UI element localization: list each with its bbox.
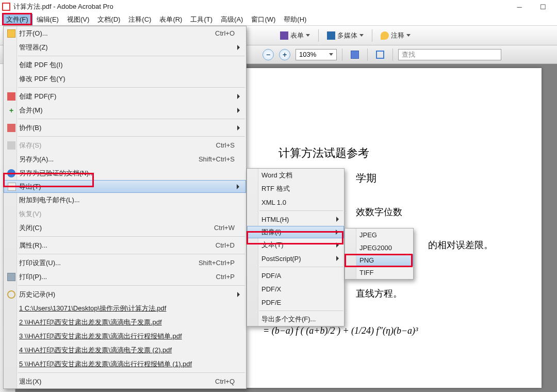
menu-recent-1[interactable]: 1 C:\Users\13071\Desktop\操作示例\计算方法.pdf: [4, 301, 246, 315]
menu-separator: [259, 311, 343, 311]
plus-icon: +: [9, 107, 13, 114]
menu-save: 保存(S)Ctrl+S: [4, 138, 246, 152]
menu-help[interactable]: 帮助(H): [280, 14, 310, 25]
chevron-down-icon: [406, 34, 411, 37]
menu-collaborate[interactable]: 协作(B): [4, 121, 246, 135]
save-toolbar-button[interactable]: [348, 50, 362, 60]
export-submenu: Word 文档 RTF 格式 XML 1.0 HTML(H) 图像(I) 文本(…: [247, 168, 345, 326]
menu-separator: [18, 56, 245, 56]
multimedia-tool[interactable]: 多媒体: [324, 30, 367, 41]
menu-save-certified[interactable]: 另存为已验证的文档(N)...: [4, 166, 246, 180]
doc-title: 计算方法试题参考: [278, 145, 511, 161]
menu-separator: [18, 87, 245, 88]
menu-create-pdf[interactable]: 创建 PDF(F): [4, 89, 246, 103]
menu-attach-email[interactable]: 附加到电子邮件(L)...: [4, 193, 246, 207]
menu-view[interactable]: 视图(V): [63, 14, 93, 25]
pdf-icon: [7, 92, 15, 101]
menu-bar: 文件(F) 编辑(E) 视图(V) 文档(D) 注释(C) 表单(R) 工具(T…: [0, 13, 557, 26]
menu-tools[interactable]: 工具(T): [186, 14, 217, 25]
comment-tool[interactable]: 注释: [378, 30, 414, 41]
doc-text: 学期: [356, 171, 511, 185]
menu-window[interactable]: 窗口(W): [247, 14, 280, 25]
menu-advanced[interactable]: 高级(A): [217, 14, 247, 25]
image-submenu: JPEG JPEG2000 PNG TIFF: [345, 228, 414, 280]
fit-icon: [376, 51, 384, 59]
menu-recent-3[interactable]: 3 \\H\A打印\西安甘肃出差发票\滴滴出行行程报销单.pdf: [4, 329, 246, 343]
export-word[interactable]: Word 文档: [247, 169, 344, 182]
people-icon: [7, 124, 15, 132]
export-rtf[interactable]: RTF 格式: [247, 182, 344, 195]
save-icon: [7, 141, 15, 150]
export-icon: [8, 183, 16, 191]
export-pdfa[interactable]: PDF/A: [247, 269, 344, 282]
menu-open[interactable]: 打开(O)...Ctrl+O: [4, 26, 246, 40]
doc-text: 直线方程。: [356, 287, 511, 300]
chevron-right-icon: [237, 45, 240, 50]
menu-edit[interactable]: 编辑(E): [32, 14, 63, 25]
save-icon: [351, 51, 359, 59]
toolbar-divider: [342, 48, 342, 61]
chevron-right-icon: [237, 108, 240, 113]
export-html[interactable]: HTML(H): [247, 213, 344, 226]
menu-exit[interactable]: 退出(X)Ctrl+Q: [4, 374, 246, 388]
menu-recent-4[interactable]: 4 \\H\A打印\西安甘肃出差发票\滴滴电子发票 (2).pdf: [4, 343, 246, 357]
export-image[interactable]: 图像(I): [247, 226, 344, 238]
menu-history[interactable]: 历史记录(H): [4, 287, 246, 301]
menu-separator: [259, 210, 343, 211]
menu-create-pdf-package[interactable]: 创建 PDF 包(I): [4, 58, 246, 72]
menu-properties[interactable]: 属性(R)...Ctrl+D: [4, 238, 246, 252]
export-pdfe[interactable]: PDF/E: [247, 296, 344, 309]
chevron-right-icon: [237, 94, 240, 99]
menu-recent-5[interactable]: 5 \\H\A打印\西安甘肃出差发票\滴滴出行行程报销单 (1).pdf: [4, 357, 246, 371]
menu-separator: [18, 254, 245, 254]
form-icon: [280, 31, 288, 40]
menu-save-as[interactable]: 另存为(A)...Shift+Ctrl+S: [4, 152, 246, 166]
search-input[interactable]: 查找: [398, 49, 501, 60]
toolbar-divider: [318, 29, 319, 42]
menu-export[interactable]: 导出(T): [4, 180, 246, 193]
clock-icon: [7, 290, 15, 299]
menu-document[interactable]: 文档(D): [93, 14, 124, 25]
zoom-in-button[interactable]: +: [279, 49, 290, 60]
comment-icon: [381, 31, 389, 40]
menu-print-setup[interactable]: 打印设置(U)...Shift+Ctrl+P: [4, 256, 246, 270]
toolbar-divider: [367, 48, 368, 61]
export-pdfx[interactable]: PDF/X: [247, 282, 344, 296]
chevron-down-icon: [359, 34, 364, 37]
chevron-down-icon: [329, 53, 333, 56]
toolbar-divider: [392, 48, 393, 61]
doc-text: 的相对误差限。: [428, 239, 511, 251]
title-bar: 计算方法.pdf - Adobe Acrobat Pro ─ ☐: [0, 0, 557, 13]
menu-recent-2[interactable]: 2 \\H\A打印\西安甘肃出差发票\滴滴电子发票.pdf: [4, 315, 246, 329]
minimize-button[interactable]: ─: [507, 0, 531, 13]
menu-organizer[interactable]: 管理器(Z): [4, 40, 246, 54]
menu-separator: [18, 236, 245, 237]
toolbar-divider: [372, 29, 372, 42]
chevron-right-icon: [237, 184, 239, 189]
menu-modify-pdf-package[interactable]: 修改 PDF 包(Y): [4, 72, 246, 86]
menu-print[interactable]: 打印(P)...Ctrl+P: [4, 270, 246, 284]
fit-page-button[interactable]: [373, 50, 387, 60]
menu-revert: 恢复(V): [4, 207, 246, 221]
maximize-button[interactable]: ☐: [531, 0, 555, 13]
menu-forms[interactable]: 表单(R): [155, 14, 186, 25]
menu-separator: [18, 119, 245, 119]
zoom-out-button[interactable]: −: [263, 49, 274, 60]
zoom-level[interactable]: 103%: [296, 49, 337, 60]
export-multiple[interactable]: 导出多个文件(F)...: [247, 313, 344, 326]
folder-icon: [7, 29, 15, 38]
export-postscript[interactable]: PostScript(P): [247, 252, 344, 265]
export-text[interactable]: 文本(T): [247, 238, 344, 252]
menu-close[interactable]: 关闭(C)Ctrl+W: [4, 221, 246, 235]
menu-separator: [259, 267, 343, 267]
menu-combine[interactable]: +合并(M): [4, 103, 246, 117]
chevron-right-icon: [237, 292, 240, 297]
menu-file[interactable]: 文件(F): [2, 14, 32, 25]
menu-separator: [18, 372, 245, 373]
certificate-icon: [7, 169, 15, 177]
menu-separator: [18, 136, 245, 137]
chevron-right-icon: [336, 230, 338, 235]
forms-tool[interactable]: 表单: [277, 30, 313, 41]
export-xml[interactable]: XML 1.0: [247, 195, 344, 209]
menu-comment[interactable]: 注释(C): [124, 14, 155, 25]
